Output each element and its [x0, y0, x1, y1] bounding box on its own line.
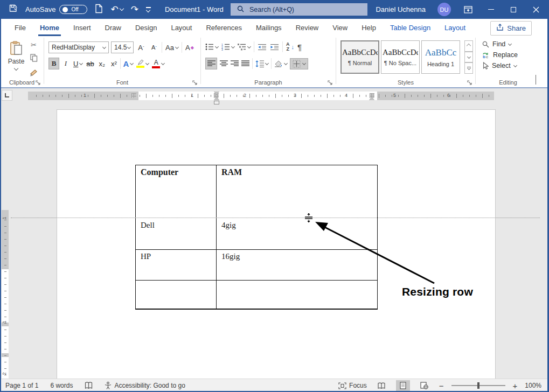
- undo-button[interactable]: ↶: [110, 5, 123, 14]
- format-painter-icon[interactable]: [30, 69, 38, 79]
- autosave-toggle[interactable]: AutoSave Off: [25, 5, 87, 14]
- shading-button[interactable]: [274, 60, 287, 67]
- right-indent-marker[interactable]: [369, 97, 374, 100]
- avatar[interactable]: DU: [437, 3, 451, 16]
- word-count[interactable]: 6 words: [50, 382, 73, 389]
- bold-button[interactable]: B: [48, 58, 59, 69]
- focus-button[interactable]: Focus: [338, 382, 367, 389]
- minimize-button[interactable]: [485, 4, 496, 15]
- first-line-indent-marker[interactable]: [214, 92, 219, 95]
- collapse-ribbon-icon[interactable]: [536, 75, 536, 85]
- customize-quick-access-icon[interactable]: [146, 7, 151, 12]
- italic-button[interactable]: I: [60, 58, 71, 69]
- page[interactable]: ComputerRAMDell4gigHP16gig: [57, 109, 496, 379]
- borders-button[interactable]: [290, 58, 308, 69]
- share-button[interactable]: Share: [490, 21, 532, 36]
- shrink-font-button[interactable]: Aˇ: [149, 41, 159, 53]
- table-row[interactable]: HP16gig: [136, 250, 377, 281]
- zoom-in-button[interactable]: +: [513, 382, 518, 390]
- table-header-row[interactable]: ComputerRAM: [136, 165, 377, 219]
- autosave-pill[interactable]: Off: [59, 5, 87, 14]
- zoom-slider[interactable]: [451, 385, 505, 386]
- find-button[interactable]: Find: [482, 40, 518, 48]
- save-icon[interactable]: [9, 4, 18, 15]
- cut-icon[interactable]: ✂: [31, 41, 37, 49]
- table-column-marker[interactable]: [131, 93, 136, 98]
- justify-button[interactable]: [241, 60, 249, 67]
- numbering-button[interactable]: 123: [221, 43, 234, 51]
- subscript-button[interactable]: x₂: [96, 58, 107, 69]
- close-button[interactable]: [531, 4, 541, 15]
- left-indent-marker[interactable]: [214, 101, 219, 104]
- styles-more-button[interactable]: [464, 62, 473, 74]
- web-layout-button[interactable]: [418, 380, 432, 391]
- maximize-button[interactable]: [508, 4, 519, 15]
- new-document-icon[interactable]: [95, 4, 103, 16]
- table-cell[interactable]: RAM: [217, 165, 377, 219]
- increase-indent-button[interactable]: [270, 44, 279, 51]
- vertical-ruler[interactable]: 1123: [2, 210, 9, 379]
- align-left-button[interactable]: [205, 58, 217, 69]
- tab-table-design[interactable]: Table Design: [383, 19, 437, 36]
- styles-scroll-up-button[interactable]: [464, 40, 473, 52]
- style-card-no-spac[interactable]: AaBbCcDc¶ No Spac...: [381, 40, 420, 74]
- tab-insert[interactable]: Insert: [66, 19, 98, 36]
- font-dialog-launcher-icon[interactable]: [192, 80, 198, 86]
- table-row[interactable]: Dell4gig: [136, 219, 377, 250]
- tab-help[interactable]: Help: [355, 19, 383, 36]
- tab-review[interactable]: Review: [289, 19, 326, 36]
- tab-mailings[interactable]: Mailings: [249, 19, 289, 36]
- table-cell[interactable]: [217, 281, 377, 309]
- search-input[interactable]: Search (Alt+Q): [231, 3, 367, 16]
- align-center-button[interactable]: [220, 60, 228, 67]
- user-name[interactable]: Daniel Uchenna: [376, 5, 426, 13]
- text-effects-button[interactable]: A: [122, 58, 134, 69]
- align-right-button[interactable]: [231, 60, 239, 67]
- paragraph-dialog-launcher-icon[interactable]: [328, 80, 333, 86]
- style-card-heading-1[interactable]: AaBbCcHeading 1: [421, 40, 460, 74]
- accessibility-status[interactable]: Accessibility: Good to go: [105, 382, 185, 389]
- redo-icon[interactable]: ↷: [131, 5, 138, 14]
- style-card-normal[interactable]: AaBbCcDc¶ Normal: [340, 40, 379, 74]
- decrease-indent-button[interactable]: [258, 44, 267, 51]
- tab-home[interactable]: Home: [33, 19, 66, 36]
- paste-button[interactable]: Paste: [4, 41, 28, 70]
- clear-formatting-button[interactable]: A◆: [184, 41, 195, 53]
- multilevel-list-button[interactable]: [238, 43, 251, 51]
- zoom-level[interactable]: 100%: [525, 382, 541, 389]
- zoom-slider-thumb[interactable]: [477, 382, 479, 389]
- table-cell[interactable]: 4gig: [217, 219, 377, 249]
- ribbon-display-options-icon[interactable]: [463, 4, 474, 15]
- copy-icon[interactable]: [30, 54, 38, 64]
- horizontal-ruler[interactable]: 1123456: [28, 92, 494, 100]
- table-cell[interactable]: [136, 281, 217, 309]
- show-paragraph-marks-button[interactable]: ¶: [297, 43, 302, 52]
- table-cell[interactable]: HP: [136, 250, 217, 280]
- tab-design[interactable]: Design: [128, 19, 164, 36]
- styles-scroll-down-button[interactable]: [464, 52, 473, 63]
- tab-layout[interactable]: Layout: [164, 19, 199, 36]
- tab-view[interactable]: View: [325, 19, 355, 36]
- grow-font-button[interactable]: Aˆ: [136, 41, 147, 53]
- tab-references[interactable]: References: [199, 19, 248, 36]
- tab-selector[interactable]: [2, 90, 12, 101]
- line-spacing-button[interactable]: [255, 60, 268, 67]
- strikethrough-button[interactable]: ab: [85, 58, 95, 69]
- tab-draw[interactable]: Draw: [98, 19, 128, 36]
- sort-button[interactable]: AZ: [286, 42, 290, 52]
- hanging-indent-marker[interactable]: [214, 97, 219, 100]
- read-mode-button[interactable]: [374, 380, 388, 391]
- page-indicator[interactable]: Page 1 of 1: [5, 382, 38, 389]
- table-cell[interactable]: 16gig: [217, 250, 377, 280]
- print-layout-button[interactable]: [396, 380, 410, 391]
- tab-layout[interactable]: Layout: [437, 19, 472, 36]
- table-row[interactable]: [136, 281, 377, 309]
- paste-dropdown-icon[interactable]: [14, 66, 18, 71]
- change-case-button[interactable]: Aa: [164, 41, 179, 53]
- font-name-select[interactable]: RedHatDisplay: [48, 41, 109, 53]
- styles-dialog-launcher-icon[interactable]: [467, 80, 472, 86]
- table-cell[interactable]: Computer: [136, 165, 217, 219]
- table-cell[interactable]: Dell: [136, 219, 217, 249]
- select-button[interactable]: Select: [482, 62, 518, 69]
- font-color-button[interactable]: A: [151, 58, 165, 69]
